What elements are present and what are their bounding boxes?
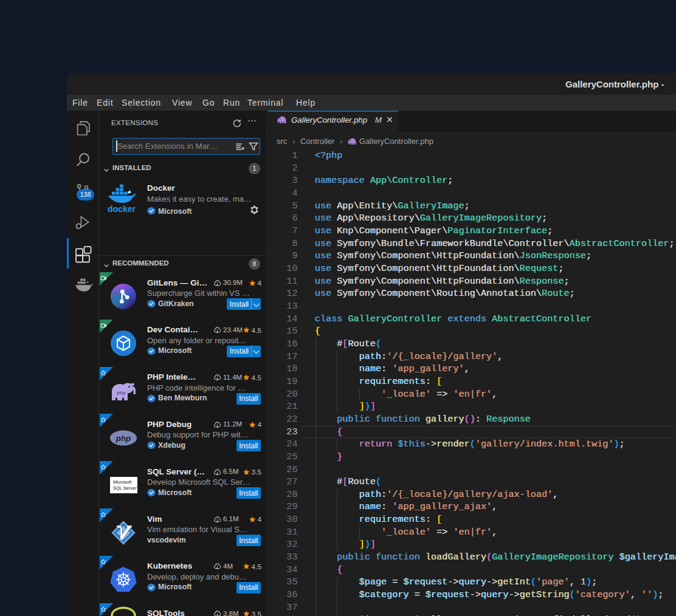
svg-text:php: php — [117, 390, 126, 395]
svg-text:docker: docker — [108, 204, 136, 213]
svg-text:php: php — [116, 434, 131, 443]
svg-text:SQL Server: SQL Server — [113, 485, 137, 491]
svg-text:Microsoft: Microsoft — [113, 479, 132, 485]
